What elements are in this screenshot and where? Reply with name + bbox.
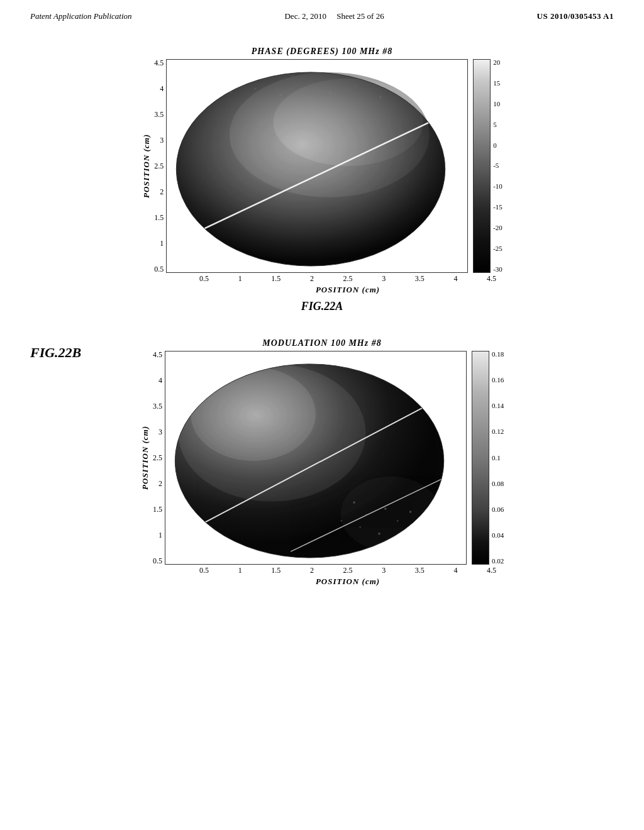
cb-tick-m25: -25 [493, 245, 502, 252]
svg-rect-16 [304, 90, 306, 91]
header-date: Dec. 2, 2010 [284, 11, 326, 21]
fig22a-x-ticks: 0.5 1 1.5 2 2.5 3 3.5 4 4.5 [197, 274, 499, 284]
svg-rect-17 [330, 92, 331, 94]
fig22b-x-ticks: 0.5 1 1.5 2 2.5 3 3.5 4 4.5 [197, 566, 499, 575]
svg-rect-35 [397, 520, 398, 521]
cb2-tick-014: 0.14 [492, 402, 504, 409]
y-tick-1: 1 [160, 240, 164, 247]
cb-tick-m30: -30 [493, 266, 502, 273]
header-date-sheet: Dec. 2, 2010 Sheet 25 of 26 [284, 11, 384, 21]
cb-tick-m5: -5 [493, 162, 502, 169]
fig22b-y-ticks: 4.5 4 3.5 3 2.5 2 1.5 1 0.5 [153, 351, 162, 565]
svg-rect-32 [353, 502, 355, 504]
x2-tick-4-5: 4.5 [487, 566, 496, 575]
cb-tick-m20: -20 [493, 224, 502, 231]
y-tick-1-5: 1.5 [154, 214, 164, 221]
svg-rect-36 [409, 511, 411, 513]
cb2-tick-008: 0.08 [492, 480, 504, 487]
y-tick-2: 2 [160, 188, 164, 196]
fig22b-title: MODULATION 100 MHz #8 [262, 338, 381, 348]
svg-rect-5 [217, 72, 219, 74]
cb2-tick-006: 0.06 [492, 506, 504, 513]
fig22a-y-axis-group: POSITION (cm) 4.5 4 3.5 3 2.5 2 1.5 1 0.… [142, 59, 166, 273]
y2-tick-4-5: 4.5 [153, 351, 162, 358]
x2-tick-2-5: 2.5 [343, 566, 353, 575]
x-tick-2: 2 [310, 274, 314, 284]
y-tick-0-5: 0.5 [154, 265, 164, 273]
cb2-tick-016: 0.16 [492, 377, 504, 384]
svg-rect-6 [242, 79, 243, 80]
svg-rect-29 [165, 351, 465, 564]
cb2-tick-018: 0.18 [492, 351, 504, 358]
fig22b-colorbar-container: 0.18 0.16 0.14 0.12 0.1 0.08 0.06 0.04 0… [472, 351, 504, 565]
fig22b-x-label: POSITION (cm) [197, 577, 499, 587]
y-tick-3-5: 3.5 [154, 111, 164, 118]
fig22b-label: FIG.22B [30, 345, 81, 361]
fig22a-colorbar [473, 59, 491, 273]
cb-tick-m10: -10 [493, 183, 502, 190]
svg-rect-39 [391, 539, 392, 540]
cb2-tick-002: 0.02 [492, 558, 504, 565]
y2-tick-3-5: 3.5 [153, 402, 162, 410]
cb-tick-10: 10 [493, 101, 502, 108]
fig22a-x-label: POSITION (cm) [197, 285, 499, 295]
svg-rect-4 [167, 60, 467, 272]
fig-22b-section: FIG.22B MODULATION 100 MHz #8 POSITION (… [30, 332, 614, 587]
x2-tick-0-5: 0.5 [199, 566, 209, 575]
y2-tick-2: 2 [158, 480, 162, 487]
svg-rect-14 [255, 88, 256, 89]
svg-rect-38 [378, 533, 380, 534]
svg-rect-15 [280, 94, 282, 96]
svg-rect-40 [341, 520, 342, 521]
fig22a-chart-row: POSITION (cm) 4.5 4 3.5 3 2.5 2 1.5 1 0.… [142, 59, 502, 273]
x-tick-3: 3 [382, 274, 386, 284]
y-tick-4: 4 [160, 85, 164, 92]
content-area: PHASE (DEGREES) 100 MHz #8 POSITION (cm)… [0, 21, 644, 599]
cb-tick-m15: -15 [493, 204, 502, 211]
fig22b-svg [165, 351, 466, 564]
y2-tick-1: 1 [158, 531, 162, 539]
fig22b-y-label: POSITION (cm) [140, 351, 150, 565]
x-tick-1-5: 1.5 [271, 274, 280, 284]
cb-tick-5: 5 [493, 121, 502, 128]
x2-tick-4: 4 [453, 566, 457, 575]
svg-rect-7 [267, 69, 269, 71]
fig22b-colorbar [472, 351, 489, 565]
header-publication: Patent Application Publication [30, 11, 132, 21]
cb-tick-15: 15 [493, 80, 502, 87]
fig-22a-container: PHASE (DEGREES) 100 MHz #8 POSITION (cm)… [30, 47, 614, 313]
y2-tick-3: 3 [158, 428, 162, 436]
fig22b-inner: MODULATION 100 MHz #8 POSITION (cm) 4.5 … [30, 338, 614, 587]
y-tick-4-5: 4.5 [154, 59, 164, 67]
header-sheet: Sheet 25 of 26 [336, 11, 384, 21]
fig22a-label: FIG.22A [301, 300, 343, 313]
cb2-tick-004: 0.04 [492, 532, 504, 539]
fig22a-colorbar-container: 20 15 10 5 0 -5 -10 -15 -20 -25 -30 [473, 59, 502, 273]
fig22a-svg [167, 60, 467, 272]
fig22b-y-axis-group: POSITION (cm) 4.5 4 3.5 3 2.5 2 1.5 1 0.… [140, 351, 165, 565]
fig22b-chart-row: POSITION (cm) 4.5 4 3.5 3 2.5 2 1.5 1 0.… [140, 351, 504, 565]
cb-tick-0: 0 [493, 142, 502, 149]
svg-rect-20 [404, 91, 406, 92]
header-patent-number: US 2010/0305453 A1 [537, 11, 614, 21]
x2-tick-3-5: 3.5 [415, 566, 425, 575]
fig22a-x-ticks-wrapper: 0.5 1 1.5 2 2.5 3 3.5 4 4.5 POSITION (cm… [197, 273, 499, 295]
fig22a-y-label: POSITION (cm) [142, 59, 152, 273]
y2-tick-2-5: 2.5 [153, 454, 162, 462]
fig22b-x-ticks-wrapper: 0.5 1 1.5 2 2.5 3 3.5 4 4.5 POSITION (cm… [197, 565, 499, 587]
svg-rect-33 [365, 514, 367, 515]
y2-tick-0-5: 0.5 [153, 557, 162, 565]
y-tick-2-5: 2.5 [154, 162, 164, 170]
page-header: Patent Application Publication Dec. 2, 2… [0, 0, 644, 21]
x-tick-4-5: 4.5 [487, 274, 496, 284]
y2-tick-4: 4 [158, 377, 162, 384]
x2-tick-1: 1 [238, 566, 242, 575]
fig22b-colorbar-ticks: 0.18 0.16 0.14 0.12 0.1 0.08 0.06 0.04 0… [492, 351, 504, 565]
y-tick-3: 3 [160, 136, 164, 144]
x-tick-2-5: 2.5 [343, 274, 353, 284]
cb-tick-20: 20 [493, 59, 502, 66]
cb2-tick-01: 0.1 [492, 455, 504, 462]
fig22a-y-ticks: 4.5 4 3.5 3 2.5 2 1.5 1 0.5 [154, 59, 164, 273]
fig22b-plot [165, 351, 467, 565]
y2-tick-1-5: 1.5 [153, 506, 162, 513]
